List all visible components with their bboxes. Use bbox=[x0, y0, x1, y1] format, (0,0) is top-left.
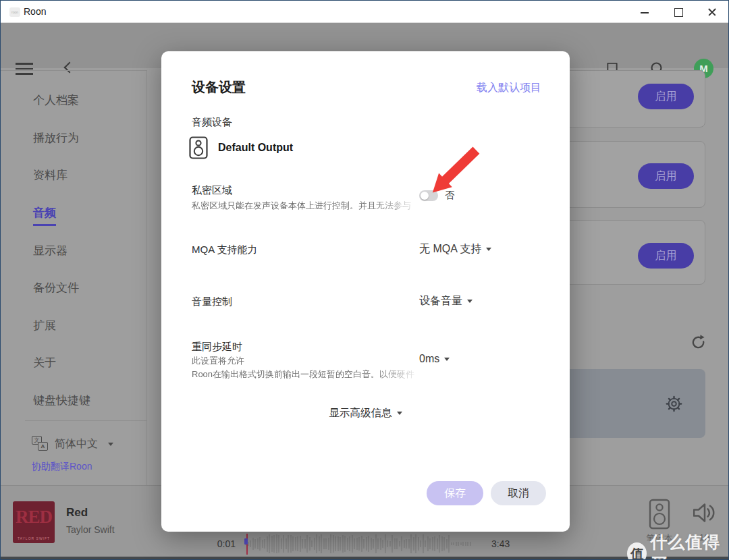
mqa-label: MQA 支持能力 bbox=[192, 244, 258, 256]
device-name: Default Output bbox=[218, 142, 293, 154]
save-button[interactable]: 保存 bbox=[427, 481, 483, 505]
volume-control-dropdown[interactable]: 设备音量 bbox=[419, 294, 473, 308]
language-label: 简体中文 bbox=[55, 437, 98, 451]
chevron-down-icon bbox=[444, 358, 450, 361]
settings-sidebar: 个人档案 播放行为 资料库 音频 显示器 备份文件 扩展 关于 键盘快捷键 bbox=[33, 82, 90, 419]
maximize-button[interactable] bbox=[670, 4, 686, 20]
sidebar-item-shortcuts[interactable]: 键盘快捷键 bbox=[33, 382, 90, 420]
watermark-badge: 值 bbox=[627, 542, 647, 560]
sidebar-vertical-divider bbox=[146, 70, 147, 485]
show-advanced-toggle[interactable]: 显示高级信息 bbox=[161, 406, 570, 420]
chevron-down-icon bbox=[397, 412, 402, 415]
track-title[interactable]: Red bbox=[66, 506, 88, 520]
window-title: Roon bbox=[24, 6, 46, 17]
bottom-edge bbox=[1, 557, 729, 560]
playhead-marker bbox=[244, 538, 248, 544]
private-zone-description: 私密区域只能在发声设备本体上进行控制。并且无法参与 bbox=[192, 200, 425, 212]
enable-button[interactable]: 启用 bbox=[638, 84, 694, 109]
sidebar-language-divider bbox=[25, 420, 146, 421]
seek-waveform[interactable] bbox=[245, 532, 475, 555]
device-settings-dialog: 设备设置 载入默认项目 音频设备 Default Output 私密区域 私密区… bbox=[161, 51, 570, 532]
back-icon[interactable] bbox=[64, 62, 76, 74]
track-artist[interactable]: Taylor Swift bbox=[66, 524, 115, 535]
titlebar: roon Roon bbox=[1, 1, 728, 23]
chevron-down-icon bbox=[467, 300, 473, 303]
speaker-icon bbox=[189, 136, 208, 159]
resync-delay-description-1: 此设置将允许 bbox=[192, 355, 425, 367]
translate-roon-link[interactable]: 协助翻译Roon bbox=[32, 461, 92, 473]
minimize-button[interactable] bbox=[637, 4, 653, 20]
sidebar-item-about[interactable]: 关于 bbox=[33, 344, 90, 382]
load-defaults-link[interactable]: 载入默认项目 bbox=[477, 81, 541, 95]
cancel-button[interactable]: 取消 bbox=[491, 481, 546, 505]
gear-icon[interactable] bbox=[665, 395, 683, 413]
elapsed-time: 0:01 bbox=[195, 538, 236, 549]
volume-icon[interactable] bbox=[693, 502, 716, 524]
sidebar-item-audio[interactable]: 音频 bbox=[33, 194, 90, 232]
enable-button[interactable]: 启用 bbox=[638, 243, 694, 269]
sidebar-item-profile[interactable]: 个人档案 bbox=[33, 82, 90, 119]
chevron-down-icon bbox=[486, 248, 491, 251]
translate-icon: 文A bbox=[32, 436, 49, 452]
sidebar-item-displays[interactable]: 显示器 bbox=[33, 231, 90, 269]
watermark-text: 什么值得买 bbox=[650, 531, 728, 560]
sidebar-item-backups[interactable]: 备份文件 bbox=[33, 269, 90, 307]
private-zone-label: 私密区域 bbox=[192, 184, 232, 197]
sidebar-top-divider bbox=[1, 70, 146, 71]
roon-app-icon: roon bbox=[9, 7, 20, 17]
enable-button[interactable]: 启用 bbox=[638, 163, 694, 189]
output-zone-icon[interactable] bbox=[647, 499, 672, 531]
menu-icon[interactable] bbox=[16, 63, 33, 75]
chevron-down-icon bbox=[108, 443, 113, 446]
sidebar-item-playback[interactable]: 播放行为 bbox=[33, 119, 90, 157]
resync-delay-label: 重同步延时 bbox=[192, 341, 242, 354]
mqa-dropdown[interactable]: 无 MQA 支持 bbox=[419, 242, 491, 256]
pointer-arrow bbox=[427, 146, 485, 198]
dialog-title: 设备设置 bbox=[192, 78, 246, 96]
roon-window: roon Roon M 个人档案 播放行为 资料库 音频 显示器 备份文件 扩展… bbox=[0, 0, 729, 560]
album-art[interactable]: RED TAYLOR SWIFT bbox=[13, 501, 55, 543]
resync-delay-description-2: Roon在输出格式切换前输出一段短暂的空白音。以便硬件 bbox=[192, 368, 425, 381]
total-duration: 3:43 bbox=[491, 538, 510, 549]
volume-control-label: 音量控制 bbox=[192, 296, 232, 308]
audio-device-label: 音频设备 bbox=[192, 116, 232, 129]
refresh-icon[interactable] bbox=[691, 334, 706, 349]
language-selector[interactable]: 文A 简体中文 bbox=[32, 433, 113, 455]
close-button[interactable] bbox=[704, 4, 720, 20]
sidebar-item-extensions[interactable]: 扩展 bbox=[33, 307, 90, 345]
sidebar-item-library[interactable]: 资料库 bbox=[33, 157, 90, 194]
watermark: 值 什么值得买 bbox=[627, 531, 728, 560]
resync-delay-dropdown[interactable]: 0ms bbox=[419, 353, 450, 365]
